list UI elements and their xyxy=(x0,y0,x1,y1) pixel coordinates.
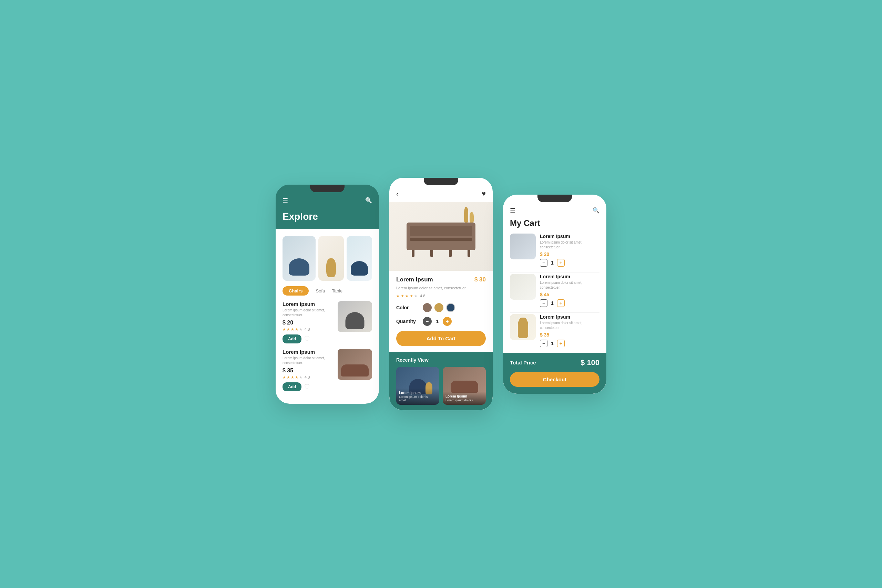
color-gold[interactable] xyxy=(435,303,443,312)
total-value: $ 100 xyxy=(580,358,600,367)
phone-notch-2 xyxy=(424,178,458,185)
recently-view-section: Recently View Lorem Ipsum Lorem ipsum do… xyxy=(389,352,493,410)
rv-item-desc-2: Lorem ipsum dolor i... xyxy=(446,399,483,402)
featured-image-2 xyxy=(318,236,344,281)
cart-qty-decrease-3[interactable]: − xyxy=(540,340,548,347)
cart-item-3: Lorem Ipsum Lorem ipsum dolor sit amet, … xyxy=(510,314,600,347)
phones-container: Explore Chairs Sofa Table Lorem Ipsum Lo… xyxy=(276,178,606,410)
product-stars-1: ★ ★ ★ ★ ★ 4.8 xyxy=(282,327,333,332)
cart-item-info-3: Lorem Ipsum Lorem ipsum dolor sit amet, … xyxy=(540,314,600,347)
cart-qty-control-2: − 1 + xyxy=(540,299,600,307)
featured-image-1 xyxy=(282,236,316,281)
category-chairs[interactable]: Chairs xyxy=(282,286,309,296)
cart-item-price-3: $ 35 xyxy=(540,332,600,338)
recently-viewed-item-2[interactable]: Lorem Ipsum Lorem ipsum dolor i... xyxy=(443,367,486,405)
cart-item-1: Lorem Ipsum Lorem ipsum dolor sit amet, … xyxy=(510,234,600,267)
cart-vase-visual xyxy=(510,314,536,340)
recently-view-title: Recently View xyxy=(396,357,486,363)
cart-chair-visual-1 xyxy=(510,234,536,260)
cart-item-desc-3: Lorem ipsum dolor sit amet, consectetuer… xyxy=(540,321,600,330)
color-navy[interactable] xyxy=(446,303,455,312)
product-actions-1: Add ♡ xyxy=(282,334,333,344)
quantity-label: Quantity xyxy=(396,319,418,324)
cart-footer: Total Price $ 100 Checkout xyxy=(503,353,606,394)
color-section: Color xyxy=(396,303,486,312)
recently-view-items: Lorem Ipsum Lorem ipsum dolor is arnet. … xyxy=(396,367,486,405)
cart-qty-increase-1[interactable]: + xyxy=(557,259,565,267)
wishlist-button-1[interactable]: ♡ xyxy=(304,335,310,343)
cart-qty-decrease-2[interactable]: − xyxy=(540,299,548,307)
cart-qty-control-1: − 1 + xyxy=(540,259,600,267)
cart-qty-control-3: − 1 + xyxy=(540,340,600,347)
add-button-2[interactable]: Add xyxy=(282,382,302,391)
cart-items-list: Lorem Ipsum Lorem ipsum dolor sit amet, … xyxy=(503,234,606,347)
quantity-decrease-button[interactable]: − xyxy=(423,317,432,326)
cart-item-img-1 xyxy=(510,234,536,260)
vases-decoration xyxy=(464,207,474,222)
cart-item-price-2: $ 45 xyxy=(540,292,600,297)
product-info-2: Lorem Ipsum Lorem ipsum dolor sit amet, … xyxy=(282,349,333,391)
tv-console-visual xyxy=(406,222,476,250)
product-image-2 xyxy=(338,349,372,380)
favorite-button[interactable]: ♥ xyxy=(482,190,486,198)
detail-header-row: Lorem Ipsum $ 30 xyxy=(396,276,486,283)
console-legs xyxy=(412,250,470,257)
sofa-brown-visual xyxy=(338,349,372,380)
rv-item-desc-1: Lorem ipsum dolor is arnet. xyxy=(399,395,436,402)
cart-item-name-2: Lorem Ipsum xyxy=(540,274,600,279)
product-image-1 xyxy=(338,301,372,332)
color-label: Color xyxy=(396,305,418,310)
phone-product-detail: ‹ ♥ xyxy=(389,178,493,410)
product-name-1: Lorem Ipsum xyxy=(282,301,333,307)
phone2-details: Lorem Ipsum $ 30 Lorem ipsum dolor sit a… xyxy=(389,271,493,352)
menu-icon[interactable] xyxy=(282,197,288,204)
product-hero-image xyxy=(389,202,493,271)
cart-item-img-3 xyxy=(510,314,536,340)
cart-qty-decrease-1[interactable]: − xyxy=(540,259,548,267)
quantity-value: 1 xyxy=(436,318,439,324)
checkout-button[interactable]: Checkout xyxy=(510,372,600,387)
phone-notch-3 xyxy=(537,195,572,202)
recently-viewed-item-1[interactable]: Lorem Ipsum Lorem ipsum dolor is arnet. xyxy=(396,367,439,405)
cart-item-name-1: Lorem Ipsum xyxy=(540,234,600,239)
wishlist-button-2[interactable]: ♡ xyxy=(304,383,310,391)
detail-product-name: Lorem Ipsum xyxy=(396,276,433,283)
cart-item-img-2 xyxy=(510,274,536,300)
menu-icon-cart[interactable] xyxy=(510,207,515,214)
cart-item-info-1: Lorem Ipsum Lorem ipsum dolor sit amet, … xyxy=(540,234,600,267)
add-to-cart-button[interactable]: Add To Cart xyxy=(396,331,486,346)
total-row: Total Price $ 100 xyxy=(510,358,600,367)
category-sofa[interactable]: Sofa xyxy=(316,288,325,294)
categories-row: Chairs Sofa Table xyxy=(282,286,372,296)
rating-num-2: 4.8 xyxy=(304,375,310,379)
detail-product-price: $ 30 xyxy=(474,276,486,283)
cart-item-desc-2: Lorem ipsum dolor sit amet, consectetuer… xyxy=(540,280,600,290)
cart-item-2: Lorem Ipsum Lorem ipsum dolor sit amet, … xyxy=(510,274,600,307)
cart-item-info-2: Lorem Ipsum Lorem ipsum dolor sit amet, … xyxy=(540,274,600,307)
cart-divider-2 xyxy=(510,312,600,313)
phone1-body: Chairs Sofa Table Lorem Ipsum Lorem ipsu… xyxy=(276,229,379,404)
cart-qty-increase-2[interactable]: + xyxy=(557,299,565,307)
product-name-2: Lorem Ipsum xyxy=(282,349,333,355)
product-info-1: Lorem Ipsum Lorem ipsum dolor sit amet, … xyxy=(282,301,333,344)
cart-title: My Cart xyxy=(503,218,606,234)
rv-item-title-2: Lorem Ipsum xyxy=(446,394,483,398)
category-table[interactable]: Table xyxy=(332,288,342,294)
quantity-increase-button[interactable]: + xyxy=(443,317,452,326)
featured-images xyxy=(282,236,372,281)
quantity-section: Quantity − 1 + xyxy=(396,317,486,326)
cart-qty-increase-3[interactable]: + xyxy=(557,340,565,347)
cart-divider-1 xyxy=(510,272,600,273)
phone-notch-1 xyxy=(310,184,345,192)
cart-chair-visual-2 xyxy=(510,274,536,300)
add-button-1[interactable]: Add xyxy=(282,334,302,344)
search-icon-cart[interactable] xyxy=(592,207,600,214)
back-button[interactable]: ‹ xyxy=(396,190,399,198)
cart-qty-value-2: 1 xyxy=(551,300,554,306)
search-icon[interactable] xyxy=(365,197,372,204)
cart-item-name-3: Lorem Ipsum xyxy=(540,314,600,320)
product-stars-2: ★ ★ ★ ★ ★ 4.8 xyxy=(282,375,333,380)
rating-num-1: 4.8 xyxy=(304,327,310,332)
color-brown[interactable] xyxy=(423,303,432,312)
cart-item-desc-1: Lorem ipsum dolor sit amet, consectetuer… xyxy=(540,240,600,250)
